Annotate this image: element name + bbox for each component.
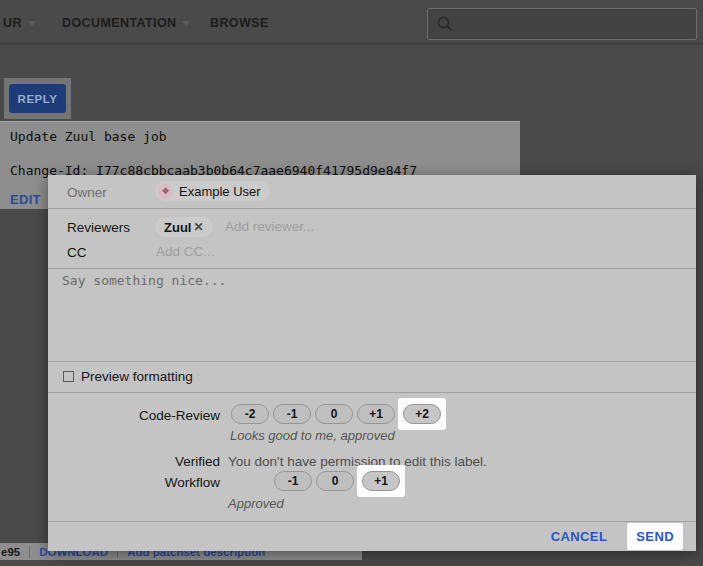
score-button-selected[interactable]: +2	[403, 404, 441, 424]
nav-item-label: DOCUMENTATION	[62, 16, 176, 30]
divider	[48, 361, 696, 362]
reviewers-label: Reviewers	[67, 220, 130, 235]
search-input[interactable]	[454, 9, 696, 39]
selected-score-highlight: +2	[398, 398, 446, 430]
caret-down-icon	[28, 21, 36, 26]
avatar-identicon: ❖	[158, 184, 173, 199]
remove-reviewer-icon[interactable]: ✕	[193, 220, 203, 234]
send-button[interactable]: SEND	[627, 523, 683, 550]
gerrit-change-screen: UR DOCUMENTATION BROWSE REPLY Update Zuu…	[0, 0, 703, 566]
score-button[interactable]: 0	[316, 471, 354, 491]
reply-message-textarea[interactable]	[60, 271, 688, 359]
reply-button-focus-ring: REPLY	[4, 78, 71, 119]
top-nav-bar: UR DOCUMENTATION BROWSE	[0, 0, 703, 45]
divider	[48, 268, 696, 269]
add-reviewer-input[interactable]	[225, 219, 425, 234]
score-button[interactable]: -1	[274, 471, 312, 491]
nav-item-browse[interactable]: BROWSE	[210, 16, 269, 30]
dialog-action-row: CANCEL SEND	[48, 522, 696, 551]
patchset-ref: e95	[1, 546, 20, 558]
owner-label: Owner	[67, 185, 107, 200]
nav-item-ur[interactable]: UR	[3, 16, 36, 30]
edit-link[interactable]: EDIT	[10, 192, 41, 207]
score-button-selected[interactable]: +1	[362, 471, 400, 491]
verified-label: Verified	[48, 454, 220, 469]
workflow-label: Workflow	[48, 475, 220, 490]
preview-formatting-checkbox[interactable]	[63, 371, 74, 382]
commit-subject: Update Zuul base job	[10, 129, 167, 144]
score-button[interactable]: 0	[315, 404, 353, 424]
search-box	[427, 8, 697, 40]
add-cc-input[interactable]	[156, 244, 356, 259]
code-review-score-buttons: -2 -1 0 +1 +2	[229, 398, 447, 430]
reply-dialog: Owner ❖ Example User Reviewers Zuul ✕ CC…	[48, 175, 696, 551]
code-review-hint: Looks good to me, approved	[230, 428, 395, 443]
score-button[interactable]: +1	[357, 404, 395, 424]
reviewer-chip-zuul[interactable]: Zuul ✕	[155, 217, 213, 237]
reply-button[interactable]: REPLY	[9, 84, 66, 113]
nav-item-documentation[interactable]: DOCUMENTATION	[62, 16, 190, 30]
nav-item-label: UR	[3, 16, 22, 30]
divider	[29, 546, 30, 558]
owner-chip[interactable]: ❖ Example User	[155, 181, 270, 201]
reviewer-chip-name: Zuul	[164, 220, 191, 235]
send-button-label: SEND	[636, 529, 674, 544]
cc-label: CC	[67, 245, 87, 260]
score-button[interactable]: -1	[273, 404, 311, 424]
nav-item-label: BROWSE	[210, 16, 269, 30]
divider	[48, 208, 696, 209]
workflow-score-buttons: -1 0 +1	[272, 465, 406, 497]
caret-down-icon	[182, 21, 190, 26]
cancel-button[interactable]: CANCEL	[545, 528, 614, 545]
selected-score-highlight: +1	[357, 465, 405, 497]
workflow-hint: Approved	[228, 496, 284, 511]
code-review-label: Code-Review	[48, 408, 220, 423]
owner-chip-name: Example User	[179, 184, 261, 199]
score-button[interactable]: -2	[231, 404, 269, 424]
preview-formatting-label: Preview formatting	[81, 369, 193, 384]
search-icon	[436, 15, 454, 33]
divider	[48, 392, 696, 393]
